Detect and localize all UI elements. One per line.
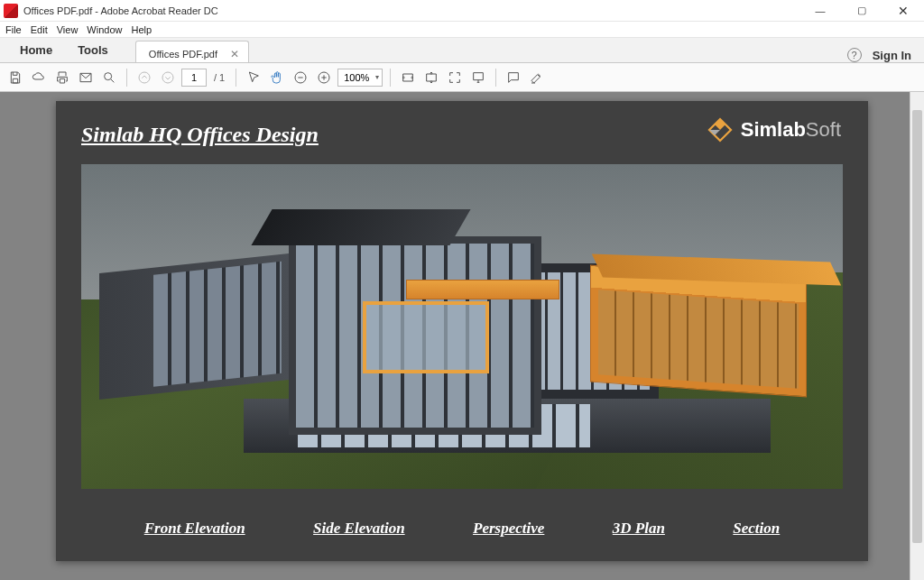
page-total-label: / 1 [214, 72, 225, 83]
building-render [81, 164, 843, 489]
tab-bar: Home Tools Offices PDF.pdf ✕ ? Sign In [0, 38, 924, 63]
save-icon[interactable] [5, 68, 25, 87]
menu-file[interactable]: File [5, 24, 22, 35]
fit-width-icon[interactable] [398, 68, 418, 87]
view-links: Front Elevation Side Elevation Perspecti… [56, 520, 868, 538]
hand-tool-icon[interactable] [267, 68, 287, 87]
minimize-button[interactable]: — [799, 0, 841, 22]
cloud-icon[interactable] [29, 68, 49, 87]
toolbar: / 1 100% [0, 63, 924, 92]
tab-document[interactable]: Offices PDF.pdf ✕ [135, 41, 249, 62]
menu-bar: File Edit View Window Help [0, 22, 924, 38]
simlabsoft-logo: SimlabSoft [707, 117, 841, 143]
maximize-button[interactable]: ▢ [841, 0, 882, 22]
document-area[interactable]: Simlab HQ Offices Design SimlabSoft [0, 92, 924, 580]
document-tab-label: Offices PDF.pdf [149, 49, 217, 60]
window-title: Offices PDF.pdf - Adobe Acrobat Reader D… [23, 5, 799, 16]
print-icon[interactable] [52, 68, 72, 87]
help-icon[interactable]: ? [847, 48, 862, 62]
page-down-icon[interactable] [158, 68, 178, 87]
menu-edit[interactable]: Edit [31, 24, 48, 35]
window-titlebar: Offices PDF.pdf - Adobe Acrobat Reader D… [0, 0, 924, 22]
svg-point-2 [162, 72, 173, 83]
link-front-elevation[interactable]: Front Elevation [144, 520, 245, 538]
close-tab-icon[interactable]: ✕ [230, 48, 239, 60]
vertical-scrollbar[interactable] [910, 92, 924, 580]
zoom-out-icon[interactable] [291, 68, 310, 87]
toolbar-separator [390, 69, 391, 87]
menu-window[interactable]: Window [87, 24, 122, 35]
zoom-in-icon[interactable] [314, 68, 334, 87]
tab-home[interactable]: Home [7, 38, 65, 62]
close-button[interactable]: ✕ [882, 0, 924, 22]
page-up-icon[interactable] [134, 68, 154, 87]
fit-page-icon[interactable] [421, 68, 441, 87]
toolbar-separator [495, 69, 496, 87]
sign-in-button[interactable]: Sign In [873, 49, 911, 62]
link-perspective[interactable]: Perspective [473, 520, 544, 538]
selection-tool-icon[interactable] [244, 68, 263, 87]
link-section[interactable]: Section [733, 520, 780, 538]
svg-point-1 [139, 72, 150, 83]
pdf-page: Simlab HQ Offices Design SimlabSoft [56, 101, 868, 561]
link-side-elevation[interactable]: Side Elevation [313, 520, 405, 538]
fullscreen-icon[interactable] [445, 68, 465, 87]
scrollbar-thumb[interactable] [912, 110, 922, 543]
page-number-input[interactable] [181, 69, 207, 87]
toolbar-separator [236, 69, 236, 87]
email-icon[interactable] [76, 68, 96, 87]
logo-icon [707, 117, 734, 143]
sign-icon[interactable] [527, 68, 547, 87]
menu-view[interactable]: View [57, 24, 79, 35]
search-icon[interactable] [99, 68, 119, 87]
menu-help[interactable]: Help [131, 24, 152, 35]
zoom-select[interactable]: 100% [337, 69, 383, 87]
logo-text: SimlabSoft [741, 118, 841, 142]
comment-icon[interactable] [504, 68, 523, 87]
link-3d-plan[interactable]: 3D Plan [613, 520, 665, 538]
tab-tools[interactable]: Tools [65, 38, 121, 62]
toolbar-separator [126, 69, 127, 87]
svg-point-0 [105, 72, 112, 79]
app-icon [4, 4, 18, 18]
read-mode-icon[interactable] [468, 68, 488, 87]
